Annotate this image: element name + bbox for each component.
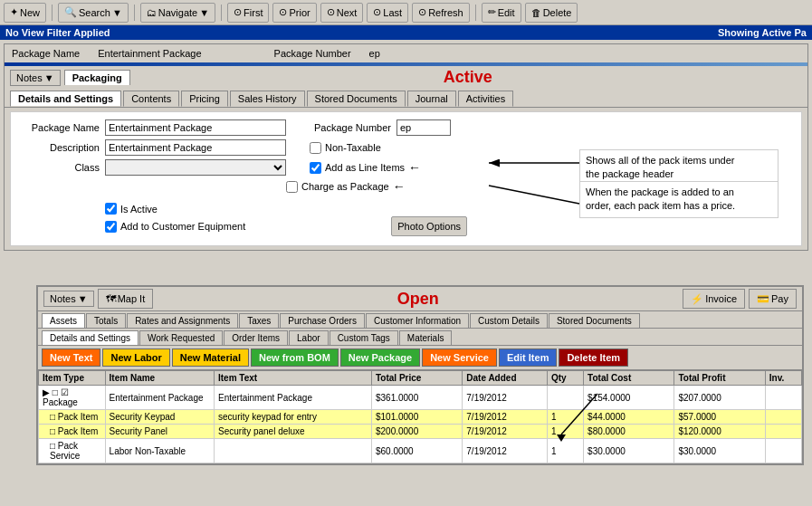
pkg-name-input[interactable]	[105, 119, 286, 136]
tab-custom-details[interactable]: Custom Details	[470, 313, 548, 328]
pkg-num-input[interactable]	[396, 119, 451, 136]
items-table-container[interactable]: Item Type Item Name Item Text Total Pric…	[38, 370, 802, 463]
package-number-label: Package Number	[274, 48, 351, 59]
new-package-button[interactable]: New Package	[340, 348, 420, 367]
col-header-item-name: Item Name	[105, 371, 214, 386]
subtab-order-items[interactable]: Order Items	[224, 330, 288, 345]
col-header-total-profit: Total Profit	[674, 371, 765, 386]
new-labor-button[interactable]: New Labor	[102, 348, 169, 367]
non-taxable-checkbox[interactable]	[310, 142, 321, 154]
delete-button[interactable]: 🗑 Delete	[525, 3, 578, 23]
charge-as-package-checkbox[interactable]	[286, 181, 298, 193]
col-header-total-cost: Total Cost	[584, 371, 674, 386]
edit-item-button[interactable]: Edit Item	[499, 348, 557, 367]
cell-inv	[765, 386, 801, 410]
top-panel: Package Name Entertainment Package Packa…	[4, 43, 808, 251]
main-toolbar: ✦ New 🔍 Search ▼ 🗂 Navigate ▼ ⊙ First ⊙ …	[0, 0, 812, 25]
col-header-date-added: Date Added	[463, 371, 548, 386]
notes-packaging-area: Notes ▼ Packaging Active	[5, 66, 807, 89]
tab-totals[interactable]: Totals	[86, 313, 126, 328]
cell-item-text: Entertainment Package	[215, 386, 372, 410]
status-right: Showing Active Pa	[718, 27, 807, 38]
cell-item-text	[215, 439, 372, 463]
tab-sales-history[interactable]: Sales History	[230, 91, 305, 107]
add-as-line-items-checkbox[interactable]	[310, 162, 321, 174]
bottom-sub-tabs: Details and Settings Work Requested Orde…	[38, 329, 802, 346]
search-icon: 🔍	[64, 6, 77, 18]
subtab-details[interactable]: Details and Settings	[42, 330, 139, 345]
tab-journal[interactable]: Journal	[407, 91, 456, 107]
new-button[interactable]: ✦ New	[4, 3, 46, 23]
map-it-button[interactable]: 🗺 Map It	[98, 289, 154, 309]
tab-activities[interactable]: Activities	[458, 91, 513, 107]
tab-purchase-orders[interactable]: Purchase Orders	[280, 313, 365, 328]
package-header: Package Name Entertainment Package Packa…	[5, 44, 807, 62]
subtab-labor[interactable]: Labor	[289, 330, 329, 345]
pkg-num-label: Package Number	[291, 122, 391, 133]
next-button[interactable]: ⊙ Next	[320, 3, 364, 23]
edit-button[interactable]: ✏ Edit	[482, 3, 521, 23]
row-icon: □	[50, 412, 55, 422]
sep2	[134, 5, 135, 21]
bottom-notes-chevron: ▼	[78, 293, 88, 304]
tab-stored-documents-bottom[interactable]: Stored Documents	[549, 313, 640, 328]
tab-assets[interactable]: Assets	[42, 313, 85, 328]
tab-taxes[interactable]: Taxes	[239, 313, 279, 328]
cell-item-type: □ Pack Item	[39, 425, 106, 439]
pay-button[interactable]: 💳 Pay	[749, 289, 797, 309]
row-icon: □	[50, 426, 55, 436]
delete-item-button[interactable]: Delete Item	[559, 348, 628, 367]
pkg-name-label: Package Name	[18, 122, 100, 133]
table-row[interactable]: □ PackService Labor Non-Taxable $60.0000…	[39, 439, 802, 463]
cell-item-name: Security Keypad	[105, 410, 214, 425]
subtab-materials[interactable]: Materials	[399, 330, 453, 345]
search-button[interactable]: 🔍 Search ▼	[58, 3, 129, 23]
tab-rates-assignments[interactable]: Rates and Assignments	[127, 313, 238, 328]
bottom-notes-button[interactable]: Notes ▼	[43, 291, 94, 307]
add-to-customer-equipment-checkbox[interactable]	[105, 221, 117, 233]
subtab-work-requested[interactable]: Work Requested	[139, 330, 223, 345]
navigate-icon: 🗂	[147, 7, 157, 18]
tab-details-settings[interactable]: Details and Settings	[10, 91, 121, 107]
refresh-button[interactable]: ⊙ Refresh	[412, 3, 470, 23]
subtab-custom-tags[interactable]: Custom Tags	[330, 330, 398, 345]
items-table: Item Type Item Name Item Text Total Pric…	[38, 370, 802, 463]
form-row-add-to-equipment: Add to Customer Equipment Photo Options	[105, 216, 467, 236]
tab-pricing[interactable]: Pricing	[181, 91, 228, 107]
row-expand-icon[interactable]: ▶ □ ☑	[43, 387, 69, 397]
cell-item-text: Security panel deluxe	[215, 425, 372, 439]
cell-inv	[765, 425, 801, 439]
arrow-indicator2: ←	[393, 179, 406, 194]
new-text-button[interactable]: New Text	[42, 348, 100, 367]
packaging-tab[interactable]: Packaging	[64, 70, 130, 85]
package-name-label: Package Name	[12, 48, 80, 59]
is-active-checkbox[interactable]	[105, 203, 117, 215]
cell-date-added: 7/19/2012	[463, 410, 548, 425]
notes-dropdown-button[interactable]: Notes ▼	[10, 70, 61, 86]
desc-input[interactable]	[105, 139, 286, 156]
prior-button[interactable]: ⊙ Prior	[272, 3, 316, 23]
last-button[interactable]: ⊙ Last	[367, 3, 408, 23]
cell-total-profit: $30.0000	[674, 439, 765, 463]
tab-stored-documents[interactable]: Stored Documents	[307, 91, 406, 107]
cell-item-type: ▶ □ ☑ Package	[39, 386, 106, 410]
annotation-arrows	[416, 136, 597, 244]
col-header-item-type: Item Type	[39, 371, 106, 386]
class-select[interactable]	[105, 159, 286, 176]
table-row[interactable]: □ Pack Item Security Keypad security key…	[39, 410, 802, 425]
table-row[interactable]: □ Pack Item Security Panel Security pane…	[39, 425, 802, 439]
status-bar: No View Filter Applied Showing Active Pa	[0, 25, 812, 40]
first-button[interactable]: ⊙ First	[227, 3, 269, 23]
invoice-button[interactable]: ⚡ Invoice	[683, 289, 745, 309]
sep4	[475, 5, 476, 21]
cell-total-profit: $120.0000	[674, 425, 765, 439]
new-from-bom-button[interactable]: New from BOM	[251, 348, 339, 367]
table-row[interactable]: ▶ □ ☑ Package Entertainment Package Ente…	[39, 386, 802, 410]
new-service-button[interactable]: New Service	[422, 348, 497, 367]
new-material-button[interactable]: New Material	[172, 348, 249, 367]
svg-line-1	[489, 186, 579, 204]
navigate-button[interactable]: 🗂 Navigate ▼	[140, 3, 215, 23]
map-icon: 🗺	[106, 293, 116, 304]
tab-customer-information[interactable]: Customer Information	[366, 313, 469, 328]
tab-contents[interactable]: Contents	[123, 91, 179, 107]
